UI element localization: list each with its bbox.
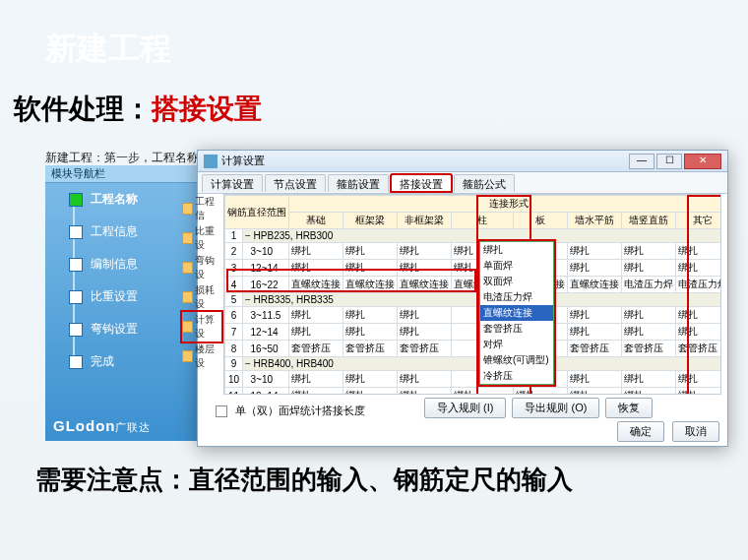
data-cell[interactable]: 绑扎 [343,388,398,396]
data-cell[interactable]: 绑扎 [567,307,621,324]
cancel-button[interactable]: 取消 [672,421,719,442]
data-cell[interactable]: 电渣压力焊 [675,277,721,293]
tab-2[interactable]: 箍筋设置 [328,174,389,192]
data-cell[interactable]: 绑扎 [675,388,721,396]
tab-1[interactable]: 节点设置 [265,174,326,192]
lap-settings-table[interactable]: 钢筋直径范围连接形式墙柱垂直筋定尺其余钢筋定尺基础框架梁非框架梁柱板墙水平筋墙竖… [224,195,721,395]
dropdown-option-3[interactable]: 电渣压力焊 [480,289,553,305]
tree-label: 损耗设 [195,283,221,311]
range-cell[interactable]: 12~14 [243,260,289,277]
tree-item-2[interactable]: 弯钩设 [182,253,221,282]
data-cell[interactable]: 电渣压力焊 [621,277,675,293]
row-num: 11 [225,388,243,396]
range-cell[interactable]: 12~14 [243,388,289,396]
data-cell[interactable]: 绑扎 [289,371,343,388]
tab-3[interactable]: 搭接设置 [391,174,452,192]
data-cell[interactable]: 绑扎 [621,243,675,260]
data-cell[interactable]: 直螺纹连接 [567,277,621,293]
subtitle-prefix: 软件处理： [14,93,152,124]
connection-dropdown[interactable]: 绑扎单面焊双面焊电渣压力焊直螺纹连接套管挤压对焊锥螺纹(可调型)冷挤压 [479,241,554,385]
tree-item-0[interactable]: 工程信 [182,194,221,223]
dialog-title: 计算设置 [221,154,265,168]
data-cell[interactable]: 绑扎 [675,307,721,324]
close-button[interactable]: ✕ [684,154,721,169]
data-cell[interactable]: 绑扎 [398,260,452,277]
dropdown-option-4[interactable]: 直螺纹连接 [480,305,553,321]
import-rules-button[interactable]: 导入规则 (I) [424,398,506,418]
restore-button[interactable]: 恢复 [605,398,653,418]
tree-item-3[interactable]: 损耗设 [182,282,221,312]
tab-4[interactable]: 箍筋公式 [454,174,515,192]
data-cell[interactable]: 绑扎 [567,324,621,341]
tree-item-5[interactable]: 楼层设 [182,342,221,371]
dropdown-option-0[interactable]: 绑扎 [480,242,553,258]
step-box-icon [69,258,83,272]
data-cell[interactable]: 绑扎 [675,324,721,341]
tree-item-4[interactable]: 计算设 [182,312,221,342]
maximize-button[interactable]: ☐ [656,154,682,169]
range-cell[interactable]: 12~14 [243,324,289,341]
weld-checkbox[interactable] [216,405,227,417]
data-cell[interactable]: 绑扎 [289,307,343,324]
data-cell[interactable]: 绑扎 [343,260,398,277]
range-cell[interactable]: 3~11.5 [243,307,289,324]
data-cell[interactable]: 绑扎 [289,243,343,260]
dropdown-option-7[interactable]: 锥螺纹(可调型) [480,352,553,368]
data-cell[interactable]: 绑扎 [398,324,452,341]
data-cell[interactable]: 套管挤压 [398,341,452,357]
dropdown-option-2[interactable]: 双面焊 [480,274,553,289]
export-rules-button[interactable]: 导出规则 (O) [512,398,599,418]
data-cell[interactable]: 绑扎 [621,371,675,388]
data-cell[interactable]: 绑扎 [343,371,398,388]
data-cell[interactable]: 绑扎 [567,388,621,396]
range-cell[interactable]: 3~10 [243,243,289,260]
data-cell[interactable]: 绑扎 [567,371,621,388]
range-cell[interactable]: 16~22 [243,277,289,293]
data-cell[interactable]: 直螺纹连接 [398,277,452,293]
folder-icon [182,232,193,244]
data-cell[interactable]: 绑扎 [513,388,567,396]
data-cell[interactable]: 直螺纹连接 [343,277,398,293]
data-cell[interactable]: 绑扎 [621,388,675,396]
dropdown-option-6[interactable]: 对焊 [480,337,553,352]
data-cell[interactable]: 绑扎 [675,243,721,260]
data-cell[interactable]: 套管挤压 [621,341,675,357]
dropdown-option-5[interactable]: 套管挤压 [480,321,553,337]
range-cell[interactable]: 16~50 [243,341,289,357]
data-cell[interactable]: 绑扎 [398,243,452,260]
tree-item-1[interactable]: 比重设 [182,223,221,253]
data-cell[interactable]: 套管挤压 [289,341,343,357]
data-cell[interactable]: 绑扎 [398,371,452,388]
data-cell[interactable]: 绑扎 [398,307,452,324]
dropdown-option-8[interactable]: 冷挤压 [480,368,553,384]
data-cell[interactable]: 绑扎 [621,260,675,277]
dropdown-option-1[interactable]: 单面焊 [480,258,553,274]
wizard-tab[interactable]: 模块导航栏 [45,165,221,183]
ok-button[interactable]: 确定 [617,421,664,442]
data-cell[interactable]: 绑扎 [343,307,398,324]
data-cell[interactable]: 绑扎 [343,243,398,260]
data-cell[interactable]: 绑扎 [567,243,621,260]
data-cell[interactable]: 绑扎 [289,388,343,396]
data-cell[interactable]: 绑扎 [567,260,621,277]
data-cell[interactable]: 套管挤压 [567,341,621,357]
data-cell[interactable]: 套管挤压 [675,341,721,357]
data-cell[interactable]: 绑扎 [398,388,452,396]
data-cell[interactable]: 绑扎 [621,324,675,341]
data-cell[interactable]: 直螺纹连接 [289,277,343,293]
tab-0[interactable]: 计算设置 [202,174,263,192]
data-cell[interactable]: 套管挤压 [343,341,398,357]
data-cell[interactable]: 绑扎 [289,324,343,341]
minimize-button[interactable]: — [629,154,654,169]
weld-checkbox-label: 单（双）面焊统计搭接长度 [235,404,365,418]
data-cell[interactable]: 绑扎 [675,371,721,388]
data-cell[interactable]: 绑扎 [343,324,398,341]
data-cell[interactable]: 绑扎 [452,388,514,396]
data-cell[interactable]: 绑扎 [289,260,343,277]
range-cell[interactable]: 3~10 [243,371,289,388]
dialog-title-bar[interactable]: 计算设置 — ☐ ✕ [198,151,727,172]
app-icon [204,155,218,168]
col-6: 墙竖直筋 [621,213,675,229]
data-cell[interactable]: 绑扎 [675,260,721,277]
data-cell[interactable]: 绑扎 [621,307,675,324]
